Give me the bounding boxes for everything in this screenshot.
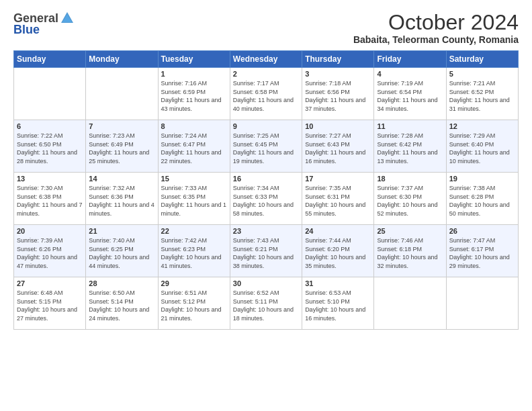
day-info: Sunrise: 7:37 AM Sunset: 6:30 PM Dayligh…: [377, 184, 443, 218]
day-number: 2: [233, 70, 299, 78]
day-number: 7: [89, 122, 154, 130]
day-number: 1: [161, 70, 227, 78]
day-number: 22: [161, 227, 227, 235]
cell-4-4: 23Sunrise: 7:43 AM Sunset: 6:21 PM Dayli…: [230, 225, 302, 277]
day-number: 31: [305, 279, 371, 287]
day-info: Sunrise: 6:52 AM Sunset: 5:11 PM Dayligh…: [233, 289, 299, 322]
day-number: 4: [377, 70, 443, 78]
cell-4-6: 25Sunrise: 7:46 AM Sunset: 6:18 PM Dayli…: [374, 225, 446, 277]
day-info: Sunrise: 7:19 AM Sunset: 6:54 PM Dayligh…: [377, 79, 443, 113]
day-info: Sunrise: 7:24 AM Sunset: 6:47 PM Dayligh…: [161, 132, 227, 165]
cell-3-4: 16Sunrise: 7:34 AM Sunset: 6:33 PM Dayli…: [230, 173, 302, 225]
col-sunday: Sunday: [14, 51, 86, 68]
calendar-table: Sunday Monday Tuesday Wednesday Thursday…: [13, 50, 519, 330]
day-number: 12: [449, 122, 515, 130]
cell-5-1: 27Sunrise: 6:48 AM Sunset: 5:15 PM Dayli…: [14, 277, 86, 330]
cell-3-7: 19Sunrise: 7:38 AM Sunset: 6:28 PM Dayli…: [446, 173, 518, 225]
cell-3-2: 14Sunrise: 7:32 AM Sunset: 6:36 PM Dayli…: [86, 173, 158, 225]
title-location: Babaita, Teleorman County, Romania: [353, 34, 519, 45]
day-info: Sunrise: 7:43 AM Sunset: 6:21 PM Dayligh…: [233, 236, 299, 270]
cell-5-4: 30Sunrise: 6:52 AM Sunset: 5:11 PM Dayli…: [230, 277, 302, 330]
day-number: 10: [305, 122, 371, 130]
cell-3-6: 18Sunrise: 7:37 AM Sunset: 6:30 PM Dayli…: [374, 173, 446, 225]
day-info: Sunrise: 7:42 AM Sunset: 6:23 PM Dayligh…: [161, 236, 227, 270]
week-row-1: 1Sunrise: 7:16 AM Sunset: 6:59 PM Daylig…: [14, 68, 519, 120]
week-row-3: 13Sunrise: 7:30 AM Sunset: 6:38 PM Dayli…: [14, 173, 519, 225]
day-info: Sunrise: 7:44 AM Sunset: 6:20 PM Dayligh…: [305, 236, 371, 270]
day-number: 11: [377, 122, 443, 130]
day-info: Sunrise: 7:46 AM Sunset: 6:18 PM Dayligh…: [377, 236, 443, 270]
day-info: Sunrise: 7:21 AM Sunset: 6:52 PM Dayligh…: [449, 79, 515, 113]
day-info: Sunrise: 7:38 AM Sunset: 6:28 PM Dayligh…: [449, 184, 515, 218]
day-info: Sunrise: 7:35 AM Sunset: 6:31 PM Dayligh…: [305, 184, 371, 218]
day-number: 20: [17, 227, 83, 235]
cell-3-1: 13Sunrise: 7:30 AM Sunset: 6:38 PM Dayli…: [14, 173, 86, 225]
day-info: Sunrise: 7:34 AM Sunset: 6:33 PM Dayligh…: [233, 184, 299, 218]
day-number: 28: [89, 279, 154, 287]
day-number: 19: [449, 175, 515, 183]
cell-1-7: 5Sunrise: 7:21 AM Sunset: 6:52 PM Daylig…: [446, 68, 518, 120]
day-number: 23: [233, 227, 299, 235]
cell-5-5: 31Sunrise: 6:53 AM Sunset: 5:10 PM Dayli…: [302, 277, 374, 330]
cell-1-4: 2Sunrise: 7:17 AM Sunset: 6:58 PM Daylig…: [230, 68, 302, 120]
day-info: Sunrise: 7:23 AM Sunset: 6:49 PM Dayligh…: [89, 132, 154, 165]
cell-4-3: 22Sunrise: 7:42 AM Sunset: 6:23 PM Dayli…: [158, 225, 230, 277]
day-number: 30: [233, 279, 299, 287]
day-info: Sunrise: 6:50 AM Sunset: 5:14 PM Dayligh…: [89, 289, 154, 322]
cell-4-7: 26Sunrise: 7:47 AM Sunset: 6:17 PM Dayli…: [446, 225, 518, 277]
cell-5-3: 29Sunrise: 6:51 AM Sunset: 5:12 PM Dayli…: [158, 277, 230, 330]
day-info: Sunrise: 7:30 AM Sunset: 6:38 PM Dayligh…: [17, 184, 83, 218]
logo-blue-text: Blue: [13, 23, 40, 37]
day-info: Sunrise: 7:47 AM Sunset: 6:17 PM Dayligh…: [449, 236, 515, 270]
day-number: 13: [17, 175, 83, 183]
day-info: Sunrise: 6:51 AM Sunset: 5:12 PM Dayligh…: [161, 289, 227, 322]
day-info: Sunrise: 7:28 AM Sunset: 6:42 PM Dayligh…: [377, 132, 443, 165]
day-number: 29: [161, 279, 227, 287]
cell-1-1: [14, 68, 86, 120]
day-number: 27: [17, 279, 83, 287]
cell-1-2: [86, 68, 158, 120]
week-row-2: 6Sunrise: 7:22 AM Sunset: 6:50 PM Daylig…: [14, 120, 519, 173]
cell-2-2: 7Sunrise: 7:23 AM Sunset: 6:49 PM Daylig…: [86, 120, 158, 173]
day-number: 26: [449, 227, 515, 235]
col-tuesday: Tuesday: [158, 51, 230, 68]
cell-4-1: 20Sunrise: 7:39 AM Sunset: 6:26 PM Dayli…: [14, 225, 86, 277]
day-info: Sunrise: 6:53 AM Sunset: 5:10 PM Dayligh…: [305, 289, 371, 322]
day-info: Sunrise: 6:48 AM Sunset: 5:15 PM Dayligh…: [17, 289, 83, 322]
logo: General Blue: [13, 11, 75, 37]
cell-1-3: 1Sunrise: 7:16 AM Sunset: 6:59 PM Daylig…: [158, 68, 230, 120]
day-number: 25: [377, 227, 443, 235]
cell-1-6: 4Sunrise: 7:19 AM Sunset: 6:54 PM Daylig…: [374, 68, 446, 120]
cell-2-6: 11Sunrise: 7:28 AM Sunset: 6:42 PM Dayli…: [374, 120, 446, 173]
col-thursday: Thursday: [302, 51, 374, 68]
day-info: Sunrise: 7:16 AM Sunset: 6:59 PM Dayligh…: [161, 79, 227, 113]
header-row: Sunday Monday Tuesday Wednesday Thursday…: [14, 51, 519, 68]
cell-2-7: 12Sunrise: 7:29 AM Sunset: 6:40 PM Dayli…: [446, 120, 518, 173]
logo-icon: [60, 11, 75, 26]
col-wednesday: Wednesday: [230, 51, 302, 68]
cell-5-2: 28Sunrise: 6:50 AM Sunset: 5:14 PM Dayli…: [86, 277, 158, 330]
day-info: Sunrise: 7:25 AM Sunset: 6:45 PM Dayligh…: [233, 132, 299, 165]
day-info: Sunrise: 7:18 AM Sunset: 6:56 PM Dayligh…: [305, 79, 371, 113]
cell-4-5: 24Sunrise: 7:44 AM Sunset: 6:20 PM Dayli…: [302, 225, 374, 277]
cell-5-7: [446, 277, 518, 330]
cell-2-5: 10Sunrise: 7:27 AM Sunset: 6:43 PM Dayli…: [302, 120, 374, 173]
day-number: 15: [161, 175, 227, 183]
day-info: Sunrise: 7:27 AM Sunset: 6:43 PM Dayligh…: [305, 132, 371, 165]
day-info: Sunrise: 7:33 AM Sunset: 6:35 PM Dayligh…: [161, 184, 227, 218]
day-number: 5: [449, 70, 515, 78]
col-friday: Friday: [374, 51, 446, 68]
day-info: Sunrise: 7:29 AM Sunset: 6:40 PM Dayligh…: [449, 132, 515, 165]
day-number: 9: [233, 122, 299, 130]
day-number: 8: [161, 122, 227, 130]
cell-1-5: 3Sunrise: 7:18 AM Sunset: 6:56 PM Daylig…: [302, 68, 374, 120]
cell-4-2: 21Sunrise: 7:40 AM Sunset: 6:25 PM Dayli…: [86, 225, 158, 277]
page: General Blue October 2024 Babaita, Teleo…: [0, 0, 532, 411]
cell-3-5: 17Sunrise: 7:35 AM Sunset: 6:31 PM Dayli…: [302, 173, 374, 225]
cell-2-1: 6Sunrise: 7:22 AM Sunset: 6:50 PM Daylig…: [14, 120, 86, 173]
day-number: 21: [89, 227, 154, 235]
day-number: 17: [305, 175, 371, 183]
title-month: October 2024: [353, 11, 519, 34]
day-info: Sunrise: 7:32 AM Sunset: 6:36 PM Dayligh…: [89, 184, 154, 218]
day-number: 24: [305, 227, 371, 235]
